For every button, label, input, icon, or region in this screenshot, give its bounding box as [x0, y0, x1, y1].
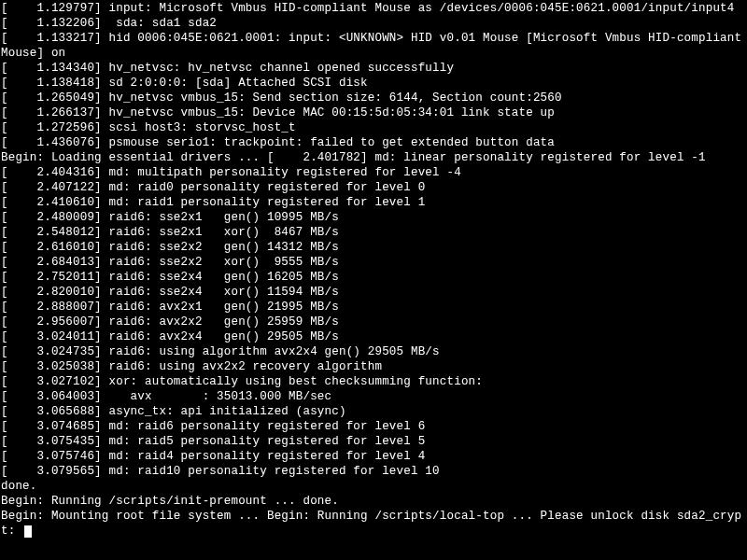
text-cursor[interactable]: [24, 525, 32, 538]
boot-console: [ 1.129797] input: Microsoft Vmbus HID-c…: [0, 0, 747, 539]
